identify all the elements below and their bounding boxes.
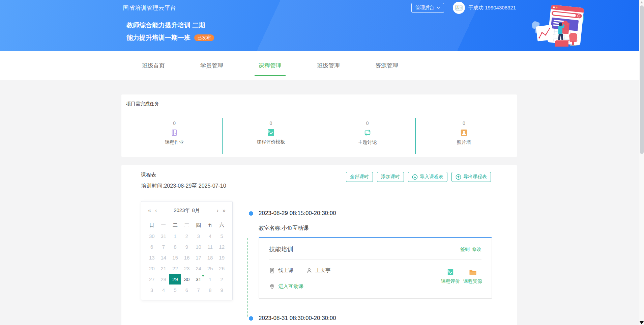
admin-backend-button[interactable]: 管理后台: [411, 3, 444, 13]
calendar-day[interactable]: 22: [169, 263, 181, 274]
scrollbar-down-arrow-icon[interactable]: [640, 321, 644, 324]
calendar-day[interactable]: 3: [193, 231, 204, 241]
weekday-label: 日: [146, 220, 158, 231]
tab-bar: 班级首页学员管理课程管理班级管理资源管理: [0, 51, 644, 80]
task-course-homework: 0 课程作业: [126, 120, 223, 145]
calendar-day[interactable]: 29: [169, 274, 181, 285]
scrollbar-thumb[interactable]: [640, 5, 644, 154]
calendar-day[interactable]: 9: [181, 241, 193, 252]
mail-send-icon: [447, 269, 454, 275]
add-lesson-button[interactable]: 添加课时: [377, 172, 404, 182]
calendar-day[interactable]: 28: [158, 274, 170, 285]
page-scrollbar[interactable]: [639, 0, 644, 325]
calendar-day[interactable]: 26: [216, 263, 228, 274]
calendar-day[interactable]: 7: [158, 241, 170, 252]
schedule-title: 课程表: [141, 172, 226, 178]
export-schedule-button[interactable]: 导出课程表: [451, 172, 491, 182]
course-title: 教师综合能力提升培训 二期: [126, 21, 644, 30]
calendar-day[interactable]: 4: [158, 285, 170, 295]
task-count: 0: [173, 120, 176, 126]
export-schedule-label: 导出课程表: [463, 174, 487, 180]
calendar-day[interactable]: 7: [193, 285, 204, 295]
calendar-day[interactable]: 2: [216, 274, 228, 285]
modify-link[interactable]: 修改: [472, 246, 481, 252]
calendar-day[interactable]: 8: [169, 241, 181, 252]
timeline-bullet: [249, 316, 253, 321]
tab-class-management[interactable]: 班级管理: [317, 51, 340, 80]
calendar-day[interactable]: 31: [158, 231, 170, 241]
calendar-day[interactable]: 13: [146, 252, 158, 263]
discussion-refresh-icon: [364, 129, 371, 136]
calendar-day[interactable]: 8: [204, 285, 216, 295]
tasks-card: 项目需完成任务 0 课程作业 0 课程评价模板 0: [121, 94, 517, 157]
session-timeline: 2023-08-29 08:15:00-20:30:00 教室名称:小鱼互动课 …: [247, 201, 492, 322]
tab-resource-management[interactable]: 资源管理: [375, 51, 398, 80]
calendar-day[interactable]: 18: [204, 252, 216, 263]
all-lessons-button[interactable]: 全部课时: [346, 172, 373, 182]
calendar-day[interactable]: 10: [193, 241, 204, 252]
user-name[interactable]: 于成功 19904308321: [468, 5, 516, 11]
tab-class-home[interactable]: 班级首页: [142, 51, 165, 80]
calendar-day[interactable]: 25: [204, 263, 216, 274]
document-icon: [269, 268, 275, 274]
weekday-label: 一: [158, 220, 170, 231]
course-evaluation-link[interactable]: 课程评价: [441, 269, 460, 285]
calendar-day[interactable]: 2: [181, 231, 193, 241]
notebook-icon: [171, 129, 178, 136]
calendar-day[interactable]: 1: [204, 274, 216, 285]
calendar-day[interactable]: 31: [193, 274, 204, 285]
calendar-day[interactable]: 30: [146, 231, 158, 241]
calendar-day[interactable]: 3: [146, 285, 158, 295]
prev-month-button[interactable]: ‹: [153, 208, 159, 214]
all-lessons-label: 全部课时: [350, 174, 369, 180]
calendar-day[interactable]: 16: [181, 252, 193, 263]
calendar-day[interactable]: 20: [146, 263, 158, 274]
circle-up-arrow-icon: [456, 174, 461, 180]
calendar-day[interactable]: 6: [146, 241, 158, 252]
broken-image-icon: [455, 5, 463, 11]
tasks-row: 0 课程作业 0 课程评价模板 0: [126, 113, 512, 157]
calendar-day[interactable]: 17: [193, 252, 204, 263]
timeline-bullet: [249, 211, 253, 216]
calendar-day[interactable]: 24: [193, 263, 204, 274]
calendar-day[interactable]: 9: [216, 285, 228, 295]
sign-in-link[interactable]: 签到: [460, 246, 470, 252]
import-schedule-button[interactable]: 导入课程表: [408, 172, 447, 182]
next-month-button[interactable]: ›: [215, 208, 221, 214]
tab-course-management[interactable]: 课程管理: [259, 51, 282, 80]
class-name: 能力提升培训一期一班: [126, 33, 191, 42]
training-time: 培训时间:2023-08-29至 2025-07-10: [141, 183, 226, 190]
lesson-title: 技能培训: [269, 245, 293, 253]
course-evaluation-label: 课程评价: [441, 278, 460, 285]
calendar-day[interactable]: 27: [146, 274, 158, 285]
import-schedule-label: 导入课程表: [420, 174, 443, 180]
task-topic-discussion: 0 主题讨论: [319, 120, 416, 145]
avatar[interactable]: [453, 2, 465, 14]
calendar-day[interactable]: 14: [158, 252, 170, 263]
lesson-divider: [269, 260, 481, 260]
calendar-day[interactable]: 23: [181, 263, 193, 274]
calendar-day[interactable]: 19: [216, 252, 228, 263]
calendar-day[interactable]: 21: [158, 263, 170, 274]
calendar-day[interactable]: 5: [169, 285, 181, 295]
calendar-day[interactable]: 6: [181, 285, 193, 295]
weekday-label: 三: [181, 220, 193, 231]
calendar-day[interactable]: 5: [216, 231, 228, 241]
course-resource-link[interactable]: 课程资源: [463, 269, 482, 285]
calendar-day[interactable]: 12: [216, 241, 228, 252]
calendar-day[interactable]: 4: [204, 231, 216, 241]
session-room: 教室名称:小鱼互动课: [259, 225, 492, 232]
prev-year-button[interactable]: «: [146, 208, 153, 214]
calendar-day[interactable]: 11: [204, 241, 216, 252]
tab-student-management[interactable]: 学员管理: [200, 51, 223, 80]
calendar-day[interactable]: 15: [169, 252, 181, 263]
calendar-day[interactable]: 1: [169, 231, 181, 241]
admin-backend-label: 管理后台: [415, 5, 434, 11]
timeline-dashed-connector: [247, 238, 247, 317]
calendar-grid: 3031123456789101112131415161718192021222…: [146, 231, 228, 295]
calendar-day[interactable]: 30: [181, 274, 193, 285]
next-year-button[interactable]: »: [221, 208, 228, 214]
page-header: 国省培训管理云平台 管理后台 于成功 19904308321 教师综合能力提升培…: [0, 0, 644, 51]
scrollbar-up-arrow-icon[interactable]: [640, 1, 643, 3]
task-label: 课程作业: [165, 139, 184, 145]
